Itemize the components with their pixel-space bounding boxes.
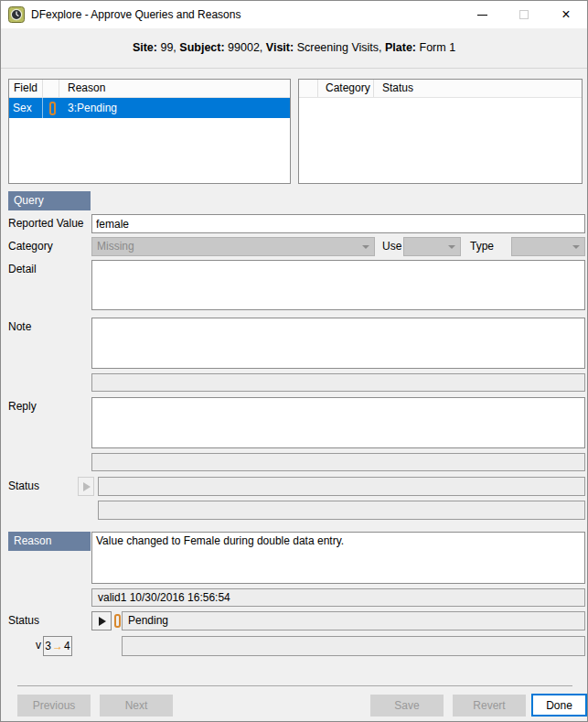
reason-textarea[interactable]: Value changed to Female during double da… [91,532,585,584]
detail-textarea[interactable] [91,260,585,310]
context-bar: Site: 99, Subject: 99002, Visit: Screeni… [1,41,587,54]
visit-label: Visit: [266,41,294,54]
field-cell: Sex [9,98,43,118]
minimize-icon [477,15,487,16]
select-column-header [299,80,318,97]
chevron-down-icon [362,245,369,249]
use-label: Use [382,240,401,253]
site-label: Site: [133,41,157,54]
chevron-down-icon [448,245,455,249]
play-icon [83,482,91,491]
version-to: 4 [64,640,70,652]
reason-cell: 3:Pending [59,98,290,118]
subject-value: 99002, [225,41,266,54]
status-column-header: Status [374,80,582,97]
field-column-header: Field [9,80,43,97]
category-select[interactable]: Missing [91,237,375,256]
reply-audit-field [91,453,585,471]
query-status-history-field [98,501,585,520]
field-list-row-sex[interactable]: Sex 3:Pending [9,98,290,118]
reply-label: Reply [8,400,37,413]
field-reason-list: Field Reason Sex 3:Pending [8,79,291,184]
context-separator [1,68,588,69]
reason-section-header: Reason [8,532,91,551]
reason-status-field: Pending [122,611,585,630]
dialog-window: DFexplore - Approve Queries and Reasons … [0,0,588,722]
note-label: Note [8,320,31,333]
query-status-advance-button[interactable] [78,477,94,496]
version-button[interactable]: 3 → 4 [43,636,72,656]
close-icon: × [561,7,570,22]
app-icon [8,6,25,23]
reported-value-label: Reported Value [8,217,84,230]
use-select[interactable] [403,237,461,256]
footer-separator [17,685,572,686]
type-label: Type [470,240,494,253]
plate-value: Form 1 [416,41,455,54]
query-status-current-field [98,477,585,496]
maximize-button[interactable] [503,1,545,28]
reason-status-advance-button[interactable] [91,611,112,630]
next-button[interactable]: Next [100,695,173,717]
version-field [122,636,585,656]
save-button[interactable]: Save [370,695,444,717]
query-section-header: Query [8,191,91,210]
reason-audit-field: valid1 10/30/2016 16:56:54 [91,588,585,607]
titlebar[interactable]: DFexplore - Approve Queries and Reasons … [1,1,587,28]
revert-button[interactable]: Revert [453,695,526,717]
close-button[interactable]: × [545,1,587,28]
reported-value-input[interactable] [91,214,585,233]
maximize-icon [519,10,529,19]
version-label: v [8,639,41,652]
query-status-label: Status [8,480,39,492]
play-icon [99,617,106,626]
category-column-header: Category [318,80,374,97]
detail-label: Detail [8,263,37,275]
previous-button[interactable]: Previous [17,695,91,717]
pending-marker-icon [114,614,121,628]
site-value: 99, [157,41,179,54]
pending-marker-icon [49,102,56,115]
field-list-header: Field Reason [9,80,290,98]
marker-column-header [43,80,59,97]
category-select-value: Missing [97,240,134,253]
category-label: Category [8,240,53,253]
note-textarea[interactable] [91,318,585,369]
chevron-down-icon [572,245,580,249]
minimize-button[interactable] [461,1,503,28]
reply-textarea[interactable] [91,397,585,448]
done-button[interactable]: Done [531,694,587,717]
window-title: DFexplore - Approve Queries and Reasons [31,8,241,21]
category-status-list: Category Status [298,79,583,184]
note-audit-field [91,373,585,392]
version-from: 3 [45,640,51,652]
visit-value: Screening Visits, [294,41,385,54]
query-list-header: Category Status [299,80,582,98]
type-select[interactable] [511,237,585,256]
plate-label: Plate: [385,41,416,54]
subject-label: Subject: [179,41,224,54]
version-arrow-icon: → [52,640,63,652]
reason-status-label: Status [8,614,39,627]
reason-column-header: Reason [59,80,290,97]
